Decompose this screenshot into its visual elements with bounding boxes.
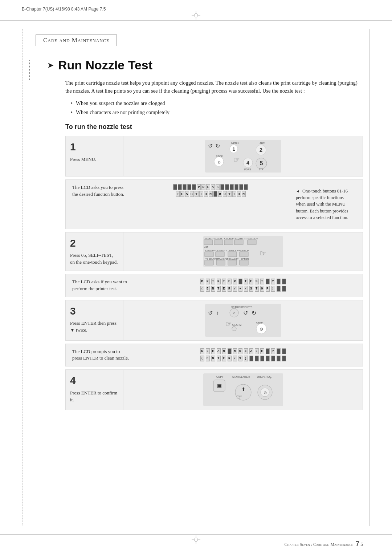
svg-text:1: 1 <box>232 146 235 152</box>
svg-rect-50 <box>228 260 237 265</box>
svg-rect-49 <box>216 260 225 265</box>
step-2-left: 2 Press 05, SELF-TEST, on the one-touch … <box>65 232 123 271</box>
lcd-cell: P <box>197 184 201 190</box>
svg-rect-34 <box>248 240 256 245</box>
lcd-cell <box>225 184 229 190</box>
step-4-instruction: Press ENTER to confirm it. <box>70 390 117 402</box>
svg-text:OPTION: OPTION <box>241 258 249 260</box>
svg-rect-30 <box>204 240 213 245</box>
lcd-2-middle: PRINTERTEST? (ENTER/▼/STOP) <box>130 279 356 292</box>
svg-rect-43 <box>240 252 248 257</box>
step-4-image: COPY START/ENTER OHD/V-REQ. ▣ ⬆ ☞ ⊕ <box>123 369 363 410</box>
enter-keypad-svg: SEARCH/DELETE ↺ ↑ ○ ↺ ↻ ☞ A-LARM STOP <box>205 304 281 337</box>
svg-text:SEARCH/DELETE: SEARCH/DELETE <box>231 306 253 308</box>
care-maintenance-label: Care and Maintenance <box>43 37 109 44</box>
menu-keypad-svg: ↺ ↻ MENU ABC 1 2 STOP ⊘ <box>205 140 281 173</box>
lcd-1-middle: P R E S S F U N C T <box>130 184 291 198</box>
svg-text:GROUP DIAL: GROUP DIAL <box>205 250 218 252</box>
svg-rect-40 <box>205 252 213 257</box>
lcd-cell <box>173 184 177 190</box>
page-title: Run Nozzle Test <box>58 58 152 72</box>
bullet-item-2: When characters are not printing complet… <box>71 108 363 117</box>
left-margin-line <box>23 29 23 526</box>
step-3-image: SEARCH/DELETE ↺ ↑ ○ ↺ ↻ ☞ A-LARM STOP <box>123 300 363 341</box>
footer-text: Chapter Seven : Care and Maintenance <box>285 542 353 547</box>
svg-text:↑: ↑ <box>216 310 219 316</box>
lcd-cell <box>178 184 182 190</box>
svg-text:ABC: ABC <box>260 142 265 145</box>
lcd-1-note: ◄ One-touch buttons 01-16 perform specif… <box>291 184 356 224</box>
lcd-cell <box>187 184 191 190</box>
svg-rect-31 <box>214 240 223 245</box>
lcd-display-2: The LCD asks if you want to perform the … <box>65 274 363 297</box>
svg-text:↺: ↺ <box>208 143 213 149</box>
section-arrow-icon: ➤ <box>47 61 54 70</box>
step-1-instruction: Press MENU. <box>70 157 96 162</box>
main-content: ➤ Run Nozzle Test The print cartridge no… <box>29 58 363 413</box>
confirm-keypad-svg: COPY START/ENTER OHD/V-REQ. ▣ ⬆ ☞ ⊕ <box>203 373 283 406</box>
svg-text:⊘: ⊘ <box>217 160 220 164</box>
step-4-left: 4 Press ENTER to confirm it. <box>65 369 123 410</box>
svg-text:SEQ/BROAD: SEQ/BROAD <box>235 238 247 240</box>
step-2-instruction: Press 05, SELF-TEST, on the one-touch ke… <box>70 252 118 265</box>
bullet-list: When you suspect the nozzles are clogged… <box>71 99 363 117</box>
svg-text:↻: ↻ <box>215 143 220 149</box>
lcd-cell: I <box>199 191 203 197</box>
svg-text:TC CONFIRM: TC CONFIRM <box>205 258 218 260</box>
step-4-number: 4 <box>70 373 119 388</box>
svg-text:⊕: ⊕ <box>263 390 266 395</box>
onetouch-keypad-svg: MEMORY TX DELAY TX POLLING SEQ/BROAD SEL… <box>203 236 283 267</box>
svg-text:LIST: LIST <box>204 246 208 248</box>
lcd-row-function: F U N C T I O N B U T T O N <box>175 191 246 197</box>
lcd-display-3: The LCD prompts you to press ENTER to cl… <box>65 344 363 367</box>
footer-page-dot: .5 <box>359 542 363 547</box>
svg-text:4: 4 <box>246 160 249 166</box>
sub-heading: To run the nozzle test <box>65 123 363 131</box>
svg-text:DATE & TIME: DATE & TIME <box>229 250 242 252</box>
page-wrapper: B-Chapter 7(US) 4/16/98 8:43 AM Page 7.5… <box>0 0 392 555</box>
bullet-item-1: When you suspect the nozzles are clogged <box>71 99 363 108</box>
lcd-cell: T <box>228 191 232 197</box>
svg-point-79 <box>194 538 198 542</box>
care-maintenance-box: Care and Maintenance <box>36 35 117 46</box>
svg-rect-53 <box>205 304 281 337</box>
step-3-number: 3 <box>70 304 119 319</box>
lcd-display-1: The LCD asks you to press the desired fu… <box>65 179 363 229</box>
svg-text:○: ○ <box>233 311 235 315</box>
svg-text:OPTION: OPTION <box>241 250 249 252</box>
step-2-image: MEMORY TX DELAY TX POLLING SEQ/BROAD SEL… <box>123 232 363 271</box>
step-4-block: 4 Press ENTER to confirm it. COPY START/… <box>65 369 363 410</box>
step-3-block: 3 Press ENTER then press ▼ twice. SEARCH… <box>65 300 363 341</box>
lcd-cell <box>239 184 243 190</box>
lcd-cell: C <box>190 191 194 197</box>
lcd-cell: N <box>185 191 189 197</box>
lcd-row-press: P R E S S <box>173 184 248 190</box>
lcd-cell: F <box>176 191 180 197</box>
svg-text:☞: ☞ <box>225 320 232 328</box>
top-border-line <box>0 20 392 21</box>
lcd-cell: O <box>237 191 241 197</box>
lcd-cell <box>220 184 224 190</box>
svg-text:DIAL LIST: DIAL LIST <box>229 258 239 260</box>
svg-rect-41 <box>216 252 224 257</box>
svg-text:SYSTEM JO: SYSTEM JO <box>217 250 229 252</box>
step-3-left: 3 Press ENTER then press ▼ twice. <box>65 300 123 341</box>
lcd-cell: S <box>216 184 220 190</box>
svg-text:5: 5 <box>260 160 263 166</box>
note-triangle-icon: ◄ <box>296 189 300 193</box>
lcd-cell: O <box>204 191 208 197</box>
svg-text:☞: ☞ <box>236 393 242 401</box>
svg-text:START/ENTER: START/ENTER <box>232 376 250 378</box>
step-1-image: ↺ ↻ MENU ABC 1 2 STOP ⊘ <box>123 136 363 177</box>
lcd-cell <box>213 191 217 197</box>
svg-rect-33 <box>234 240 243 245</box>
svg-rect-42 <box>228 252 237 257</box>
crosshair-top <box>192 11 200 20</box>
svg-point-0 <box>194 13 198 17</box>
svg-text:2: 2 <box>259 147 262 153</box>
svg-text:SELF-TEST: SELF-TEST <box>248 238 258 240</box>
lcd-1-left-text: The LCD asks you to press the desired fu… <box>72 184 130 198</box>
svg-rect-48 <box>205 260 213 265</box>
svg-text:COPY: COPY <box>216 376 224 378</box>
svg-text:↺: ↺ <box>243 310 248 316</box>
